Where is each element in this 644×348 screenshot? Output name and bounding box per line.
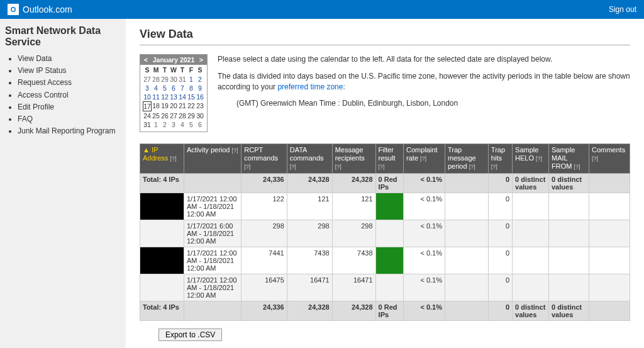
cal-day[interactable]: 4 <box>178 120 187 129</box>
cal-day[interactable]: 11 <box>152 93 160 101</box>
table-row: 1/17/2021 6:00 AM - 1/18/2021 12:00 AM29… <box>140 220 630 247</box>
cal-day[interactable]: 26 <box>160 111 169 120</box>
cal-day[interactable]: 2 <box>160 120 169 129</box>
cal-day[interactable]: 6 <box>196 120 204 129</box>
cal-day[interactable]: 22 <box>187 101 196 111</box>
th-ip[interactable]: ▲ IP Address [?] <box>140 144 184 174</box>
th-recip[interactable]: Message recipients [?] <box>332 144 375 174</box>
th-rcpt[interactable]: RCPT commands [?] <box>242 144 287 174</box>
ip-redacted <box>140 247 184 274</box>
sidebar-item-access-control[interactable]: Access Control <box>18 89 121 101</box>
cal-day[interactable]: 4 <box>152 84 160 93</box>
cal-day[interactable]: 31 <box>143 120 152 129</box>
cal-day[interactable]: 2 <box>196 75 204 84</box>
th-data[interactable]: DATA commands [?] <box>287 144 332 174</box>
table-totals-row: Total: 4 IPs24,33624,32824,3280 Red IPs<… <box>140 301 630 320</box>
cal-day[interactable]: 18 <box>152 101 160 111</box>
sidebar-item-request-access[interactable]: Request Access <box>18 77 121 89</box>
ip-redacted <box>140 274 184 301</box>
cal-day[interactable]: 16 <box>196 93 204 101</box>
cal-day[interactable]: 5 <box>187 120 196 129</box>
cal-day[interactable]: 28 <box>152 75 160 84</box>
th-trap-hits[interactable]: Trap hits [?] <box>488 144 512 174</box>
timezone-value: (GMT) Greenwich Mean Time : Dublin, Edin… <box>236 98 630 109</box>
th-comments[interactable]: Comments [?] <box>589 144 630 174</box>
th-complaint[interactable]: Complaint rate [?] <box>404 144 445 174</box>
sidebar-title: Smart Network Data Service <box>5 25 121 48</box>
cal-day[interactable]: 1 <box>152 120 160 129</box>
sidebar-item-junk-mail-reporting-program[interactable]: Junk Mail Reporting Program <box>18 125 121 137</box>
cal-day[interactable]: 15 <box>187 93 196 101</box>
sidebar-item-view-data[interactable]: View Data <box>18 53 121 65</box>
cal-day[interactable]: 10 <box>143 93 152 101</box>
cal-day[interactable]: 3 <box>143 84 152 93</box>
cal-day[interactable]: 7 <box>178 84 187 93</box>
cal-day[interactable]: 8 <box>187 84 196 93</box>
cal-dow-label: S <box>196 66 204 74</box>
ip-redacted <box>140 220 184 247</box>
sidebar: Smart Network Data Service View DataView… <box>0 19 126 348</box>
sidebar-item-edit-profile[interactable]: Edit Profile <box>18 101 121 113</box>
th-trap-period[interactable]: Trap message period [?] <box>445 144 489 174</box>
th-filter[interactable]: Filter result [?] <box>375 144 403 174</box>
cal-day[interactable]: 1 <box>187 75 196 84</box>
th-activity[interactable]: Activity period [?] <box>184 144 242 174</box>
timezone-link[interactable]: preferred time zone <box>277 82 343 91</box>
main-content: View Data < January 2021 > SMTWTFS 27282… <box>126 19 644 348</box>
table-totals-row: Total: 4 IPs24,33624,32824,3280 Red IPs<… <box>140 173 630 193</box>
top-header: O Outlook.com Sign out <box>0 0 644 19</box>
sidebar-item-view-ip-status[interactable]: View IP Status <box>18 65 121 77</box>
intro-text: Please select a date using the calendar … <box>218 54 630 132</box>
filter-green-cell <box>375 274 403 301</box>
cal-day[interactable]: 21 <box>178 101 187 111</box>
cal-day[interactable]: 20 <box>169 101 178 111</box>
ip-redacted <box>140 193 184 220</box>
signout-link[interactable]: Sign out <box>609 5 636 14</box>
cal-day[interactable]: 23 <box>196 101 204 111</box>
sidebar-item-faq[interactable]: FAQ <box>18 113 121 125</box>
cal-day[interactable]: 29 <box>160 75 169 84</box>
filter-green-cell <box>375 193 403 220</box>
cal-dow-label: S <box>143 66 152 74</box>
cal-dow-label: W <box>169 66 178 74</box>
cal-dow-label: F <box>187 66 196 74</box>
cal-day[interactable]: 27 <box>143 75 152 84</box>
intro-para-1: Please select a date using the calendar … <box>218 54 630 65</box>
cal-dow-label: T <box>160 66 169 74</box>
filter-green-cell <box>375 220 403 247</box>
cal-day[interactable]: 24 <box>143 111 152 120</box>
intro-para-2: The data is divided into days based on t… <box>218 71 630 93</box>
cal-day[interactable]: 13 <box>169 93 178 101</box>
cal-month-label: January 2021 <box>153 56 195 64</box>
cal-prev-icon[interactable]: < <box>144 56 148 64</box>
cal-day[interactable]: 28 <box>178 111 187 120</box>
cal-day[interactable]: 30 <box>196 111 204 120</box>
cal-day[interactable]: 5 <box>160 84 169 93</box>
outlook-logo-icon: O <box>8 4 19 15</box>
ip-data-table: ▲ IP Address [?] Activity period [?] RCP… <box>140 143 630 321</box>
cal-day[interactable]: 30 <box>169 75 178 84</box>
cal-next-icon[interactable]: > <box>199 56 203 64</box>
cal-day[interactable]: 19 <box>160 101 169 111</box>
title-divider <box>140 45 630 45</box>
cal-day[interactable]: 9 <box>196 84 204 93</box>
th-helo[interactable]: Sample HELO [?] <box>513 144 549 174</box>
cal-day[interactable]: 25 <box>152 111 160 120</box>
table-row: 1/17/2021 12:00 AM - 1/18/2021 12:00 AM1… <box>140 193 630 220</box>
cal-day[interactable]: 17 <box>143 101 152 111</box>
cal-dow-label: T <box>178 66 187 74</box>
filter-green-cell <box>375 247 403 274</box>
cal-day[interactable]: 12 <box>160 93 169 101</box>
cal-day[interactable]: 27 <box>169 111 178 120</box>
calendar-widget: < January 2021 > SMTWTFS 272829303112345… <box>140 54 208 132</box>
cal-day[interactable]: 14 <box>178 93 187 101</box>
cal-day[interactable]: 29 <box>187 111 196 120</box>
table-row: 1/17/2021 12:00 AM - 1/18/2021 12:00 AM1… <box>140 274 630 301</box>
cal-day[interactable]: 3 <box>169 120 178 129</box>
cal-day[interactable]: 31 <box>178 75 187 84</box>
export-csv-button[interactable]: Export to .CSV <box>158 328 222 341</box>
cal-day[interactable]: 6 <box>169 84 178 93</box>
table-row: 1/17/2021 12:00 AM - 1/18/2021 12:00 AM7… <box>140 247 630 274</box>
cal-dow-label: M <box>152 66 160 74</box>
th-mailfrom[interactable]: Sample MAIL FROM [?] <box>549 144 589 174</box>
